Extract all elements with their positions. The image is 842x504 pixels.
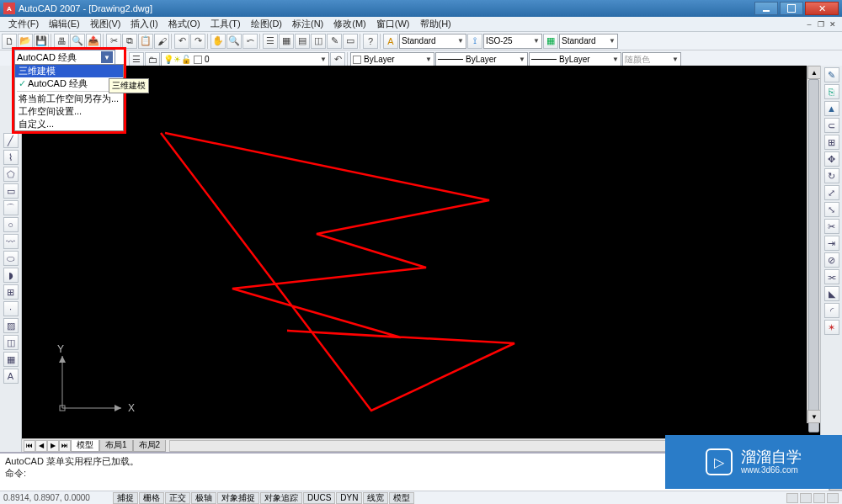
scale-tool[interactable]: ⤢ [824, 185, 839, 200]
array-tool[interactable]: ⊞ [824, 135, 839, 150]
tab-first-button[interactable]: ⏮ [24, 440, 35, 452]
dimstyle-icon[interactable]: ⟟ [467, 34, 482, 49]
menu-help[interactable]: 帮助(H) [415, 18, 456, 30]
paste-button[interactable]: 📋 [138, 34, 153, 49]
linetype-combo[interactable]: ByLayer ▼ [435, 52, 528, 67]
menu-view[interactable]: 视图(V) [85, 18, 126, 30]
polygon-tool[interactable]: ⬠ [3, 167, 19, 182]
layer-prev-button[interactable]: ↶ [330, 52, 345, 67]
cut-button[interactable]: ✂ [106, 34, 121, 49]
print-button[interactable]: 🖶 [54, 34, 69, 49]
drawing-canvas[interactable]: X Y ▲ ▼ [22, 66, 820, 438]
workspace-item-3d[interactable]: 三维建模 [15, 65, 123, 77]
workspace-item-settings[interactable]: 工作空间设置... [15, 105, 123, 118]
tool-palettes-button[interactable]: ▤ [295, 34, 310, 49]
status-icon-3[interactable] [813, 493, 825, 503]
point-tool[interactable]: · [3, 301, 19, 316]
layer-prop-button[interactable]: ☰ [129, 52, 144, 67]
text-tool[interactable]: A [3, 369, 19, 384]
toggle-ducs[interactable]: DUCS [303, 492, 335, 504]
workspace-item-classic[interactable]: ✓ AutoCAD 经典 [15, 77, 123, 90]
layer-combo[interactable]: 💡 ☀ 🔓 0 ▼ [161, 52, 329, 67]
layer-filter-button[interactable]: 🗀 [145, 52, 160, 67]
tablestyle-icon[interactable]: ▦ [543, 34, 558, 49]
status-icon-4[interactable] [827, 493, 839, 503]
workspace-item-saveas[interactable]: 将当前工作空间另存为... [15, 93, 123, 105]
region-tool[interactable]: ◫ [3, 335, 19, 350]
save-button[interactable]: 💾 [34, 34, 49, 49]
toggle-dyn[interactable]: DYN [336, 492, 362, 504]
match-button[interactable]: 🖌 [154, 34, 169, 49]
lineweight-combo[interactable]: ByLayer ▼ [529, 52, 621, 67]
arc-tool[interactable]: ⌒ [3, 200, 19, 215]
new-button[interactable]: 🗋 [2, 34, 17, 49]
toggle-osnap[interactable]: 对象捕捉 [217, 492, 259, 504]
status-icon-2[interactable] [800, 493, 812, 503]
copy-button[interactable]: ⧉ [122, 34, 137, 49]
properties-button[interactable]: ☰ [263, 34, 278, 49]
design-center-button[interactable]: ▦ [279, 34, 294, 49]
stretch-tool[interactable]: ⤡ [824, 202, 839, 217]
toggle-model[interactable]: 模型 [389, 492, 414, 504]
textstyle-icon[interactable]: A [383, 34, 398, 49]
scroll-thumb[interactable] [808, 79, 819, 432]
status-icon-1[interactable] [786, 493, 798, 503]
table-tool[interactable]: ▦ [3, 352, 19, 367]
publish-button[interactable]: 📤 [86, 34, 101, 49]
scroll-down-button[interactable]: ▼ [807, 410, 820, 423]
offset-tool[interactable]: ⊂ [824, 118, 839, 133]
workspace-combo[interactable]: AutoCAD 经典 ▼ [14, 50, 115, 65]
preview-button[interactable]: 🔍 [70, 34, 85, 49]
menu-modify[interactable]: 修改(M) [328, 18, 371, 30]
toggle-snap[interactable]: 捕捉 [113, 492, 138, 504]
minimize-button[interactable] [754, 2, 778, 15]
circle-tool[interactable]: ○ [3, 217, 19, 232]
color-combo[interactable]: ByLayer ▼ [350, 52, 434, 67]
tab-next-button[interactable]: ▶ [47, 440, 59, 452]
ellipse-tool[interactable]: ⬭ [3, 251, 19, 266]
menu-file[interactable]: 文件(F) [3, 18, 44, 30]
rect-tool[interactable]: ▭ [3, 183, 19, 199]
doc-minimize-button[interactable]: – [803, 19, 815, 29]
hatch-tool[interactable]: ▨ [3, 318, 19, 333]
spline-tool[interactable]: 〰 [3, 234, 19, 249]
tab-layout1[interactable]: 布局1 [99, 440, 133, 452]
mirror-tool[interactable]: ▲ [824, 101, 839, 116]
menu-edit[interactable]: 编辑(E) [44, 18, 85, 30]
toggle-otrack[interactable]: 对象追踪 [260, 492, 302, 504]
polyline-tool[interactable]: ⌇ [3, 150, 19, 165]
toggle-grid[interactable]: 栅格 [139, 492, 164, 504]
dimstyle-combo[interactable]: ISO-25 ▼ [483, 34, 542, 49]
menu-insert[interactable]: 插入(I) [125, 18, 163, 30]
copy-tool[interactable]: ⎘ [824, 84, 839, 99]
menu-dimension[interactable]: 标注(N) [287, 18, 328, 30]
join-tool[interactable]: ⫘ [824, 269, 839, 284]
toggle-lwt[interactable]: 线宽 [363, 492, 388, 504]
ellipsearc-tool[interactable]: ◗ [3, 268, 19, 283]
tab-prev-button[interactable]: ◀ [35, 440, 47, 452]
erase-tool[interactable]: ✎ [824, 67, 839, 82]
block-tool[interactable]: ⊞ [3, 284, 19, 300]
open-button[interactable]: 📂 [18, 34, 33, 49]
menu-draw[interactable]: 绘图(D) [246, 18, 287, 30]
toggle-ortho[interactable]: 正交 [165, 492, 190, 504]
menu-format[interactable]: 格式(O) [163, 18, 205, 30]
chamfer-tool[interactable]: ◣ [824, 286, 839, 301]
vertical-scrollbar[interactable]: ▲ ▼ [807, 66, 820, 423]
plotstyle-combo[interactable]: 随颜色 ▼ [622, 52, 681, 67]
workspace-item-custom[interactable]: 自定义... [15, 118, 123, 130]
trim-tool[interactable]: ✂ [824, 219, 839, 234]
doc-close-button[interactable]: ✕ [827, 19, 839, 29]
help-button[interactable]: ? [363, 34, 378, 49]
textstyle-combo[interactable]: Standard ▼ [399, 34, 466, 49]
tab-model[interactable]: 模型 [71, 440, 99, 452]
fillet-tool[interactable]: ◜ [824, 303, 839, 318]
move-tool[interactable]: ✥ [824, 151, 839, 167]
explode-tool[interactable]: ✶ [824, 320, 839, 335]
break-tool[interactable]: ⊘ [824, 252, 839, 268]
rotate-tool[interactable]: ↻ [824, 168, 839, 183]
scroll-up-button[interactable]: ▲ [807, 66, 820, 79]
toggle-polar[interactable]: 极轴 [191, 492, 216, 504]
zoom-button[interactable]: 🔍 [226, 34, 242, 49]
sheet-set-button[interactable]: ◫ [311, 34, 326, 49]
